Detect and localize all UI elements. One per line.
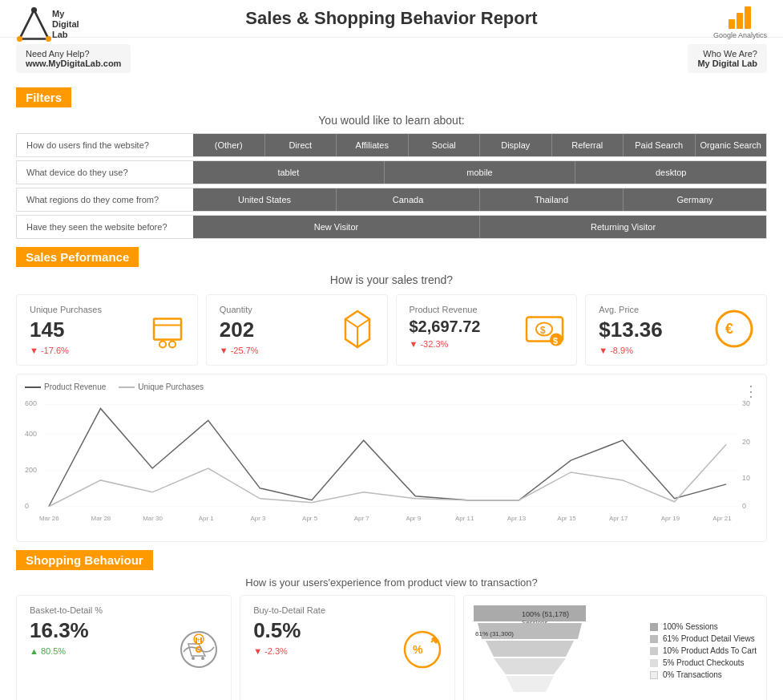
svg-text:Apr 9: Apr 9 <box>406 515 422 522</box>
filter-btn-paid-search[interactable]: Paid Search <box>624 134 696 156</box>
legend-transactions: 0% Transactions <box>650 670 757 679</box>
legend-revenue: Product Revenue <box>25 382 106 391</box>
filter-btn-social[interactable]: Social <box>409 134 481 156</box>
filter-row-region: What regions do they come from? United S… <box>16 188 767 212</box>
filter-btn-other[interactable]: (Other) <box>193 134 265 156</box>
filter-subtitle: You would like to learn about: <box>16 114 767 127</box>
filter-options-channel: (Other) Direct Affiliates Social Display… <box>193 134 766 156</box>
svg-text:Mar 26: Mar 26 <box>39 515 59 522</box>
legend-adds-cart-text: 10% Product Adds To Cart <box>663 646 757 655</box>
funnel-svg: 100% (51,178) Sessions 61% (31,300) <box>474 605 586 694</box>
svg-text:600: 600 <box>25 399 37 407</box>
svg-point-3 <box>17 36 22 42</box>
svg-text:61% (31,300): 61% (31,300) <box>475 630 514 637</box>
legend-purchases-line <box>119 386 135 388</box>
shopping-header: Shopping Behaviour <box>16 550 767 570</box>
kpi-row: Unique Purchases 145 ▼ -17.6% Quantity 2… <box>16 294 767 366</box>
shopping-content: How is your users'experience from produc… <box>0 577 783 700</box>
basket-title: Basket-to-Detail % <box>30 605 218 615</box>
svg-text:Apr 13: Apr 13 <box>507 515 527 522</box>
filter-btn-returning-visitor[interactable]: Returning Visitor <box>480 216 766 238</box>
filter-btn-us[interactable]: United States <box>193 188 337 211</box>
ga-bar-2 <box>737 13 743 29</box>
kpi-unique-purchases: Unique Purchases 145 ▼ -17.6% <box>16 294 198 366</box>
svg-text:%: % <box>413 643 423 656</box>
filter-label-device: What device do they use? <box>17 161 193 184</box>
svg-text:Apr 15: Apr 15 <box>557 515 576 522</box>
filter-btn-organic-search[interactable]: Organic Search <box>696 134 767 156</box>
filter-btn-canada[interactable]: Canada <box>337 188 480 211</box>
filter-label-channel: How do users find the website? <box>17 134 193 156</box>
legend-detail-views-color <box>650 635 658 643</box>
svg-text:30: 30 <box>742 399 750 407</box>
shopping-subtitle: How is your users'experience from produc… <box>16 577 767 589</box>
legend-purchases: Unique Purchases <box>119 382 204 391</box>
svg-marker-58 <box>486 641 574 657</box>
sales-label: Sales Peformance <box>16 247 139 267</box>
buy-icon: % <box>401 628 445 674</box>
sales-header: Sales Peformance <box>16 247 767 267</box>
legend-adds-cart-color <box>650 647 658 655</box>
svg-point-14 <box>716 311 752 346</box>
company-link[interactable]: My Digital Lab <box>697 59 757 68</box>
svg-marker-0 <box>20 10 49 39</box>
chart-more-button[interactable]: ⋮ <box>744 382 758 400</box>
svg-text:20: 20 <box>742 438 750 446</box>
filters-label: Filters <box>16 87 71 107</box>
filter-options-device: tablet mobile desktop <box>193 161 766 184</box>
filter-btn-display[interactable]: Display <box>480 134 552 156</box>
filter-btn-thailand[interactable]: Thailand <box>480 188 624 211</box>
legend-revenue-label: Product Revenue <box>44 382 106 391</box>
filter-options-visitor: New Visitor Returning Visitor <box>193 216 766 238</box>
filter-btn-referral[interactable]: Referral <box>552 134 624 156</box>
legend-sessions: 100% Sessions <box>650 622 757 631</box>
filter-btn-germany[interactable]: Germany <box>624 188 766 211</box>
legend-transactions-color <box>650 671 658 679</box>
page-title: Sales & Shopping Behavior Report <box>245 8 537 29</box>
ga-bar-1 <box>729 19 735 29</box>
svg-text:200: 200 <box>25 466 37 474</box>
filter-btn-mobile[interactable]: mobile <box>385 161 576 184</box>
ga-label: Google Analytics <box>713 31 767 39</box>
svg-text:100% (51,178): 100% (51,178) <box>522 610 569 618</box>
svg-text:Apr 19: Apr 19 <box>661 515 680 522</box>
svg-text:Apr 5: Apr 5 <box>302 515 318 522</box>
svg-text:Apr 1: Apr 1 <box>199 515 215 522</box>
logo-text: My Digital Lab <box>52 9 79 41</box>
svg-text:Apr 11: Apr 11 <box>455 515 474 522</box>
svg-point-7 <box>169 341 176 347</box>
svg-text:10: 10 <box>742 474 750 482</box>
svg-text:0: 0 <box>25 502 29 510</box>
legend-sessions-color <box>650 623 658 631</box>
svg-text:Apr 7: Apr 7 <box>354 515 370 522</box>
website-link[interactable]: www.MyDigitaLab.com <box>26 59 121 68</box>
filter-btn-direct[interactable]: Direct <box>265 134 337 156</box>
sales-subtitle: How is your sales trend? <box>16 273 767 286</box>
kpi-icon-purchases <box>147 309 188 351</box>
legend-sessions-text: 100% Sessions <box>663 622 718 631</box>
filter-row-channel: How do users find the website? (Other) D… <box>16 133 767 157</box>
ga-bars-icon <box>729 6 751 29</box>
svg-text:$: $ <box>540 324 546 335</box>
filter-options-region: United States Canada Thailand Germany <box>193 188 766 211</box>
legend-checkouts-text: 5% Product Checkouts <box>663 658 745 667</box>
shopping-label: Shopping Behaviour <box>16 550 153 570</box>
svg-point-6 <box>159 341 166 347</box>
svg-point-47 <box>201 657 204 660</box>
svg-text:Apr 21: Apr 21 <box>712 515 732 522</box>
filter-btn-tablet[interactable]: tablet <box>193 161 385 184</box>
filter-row-visitor: Have they seen the website before? New V… <box>16 215 767 239</box>
legend-revenue-line <box>25 386 41 388</box>
filter-btn-affiliates[interactable]: Affiliates <box>337 134 409 156</box>
filter-row-device: What device do they use? tablet mobile d… <box>16 160 767 184</box>
legend-adds-cart: 10% Product Adds To Cart <box>650 646 757 655</box>
svg-text:Mar 30: Mar 30 <box>143 515 163 522</box>
filter-label-region: What regions do they come from? <box>17 188 193 211</box>
filter-btn-new-visitor[interactable]: New Visitor <box>193 216 480 238</box>
kpi-icon-quantity <box>337 307 377 354</box>
filter-btn-desktop[interactable]: desktop <box>575 161 766 184</box>
logo: My Digital Lab <box>16 6 79 42</box>
svg-point-2 <box>46 36 51 42</box>
sales-chart-svg: 600 400 200 0 30 20 10 0 <box>25 396 758 536</box>
svg-marker-60 <box>506 676 554 692</box>
